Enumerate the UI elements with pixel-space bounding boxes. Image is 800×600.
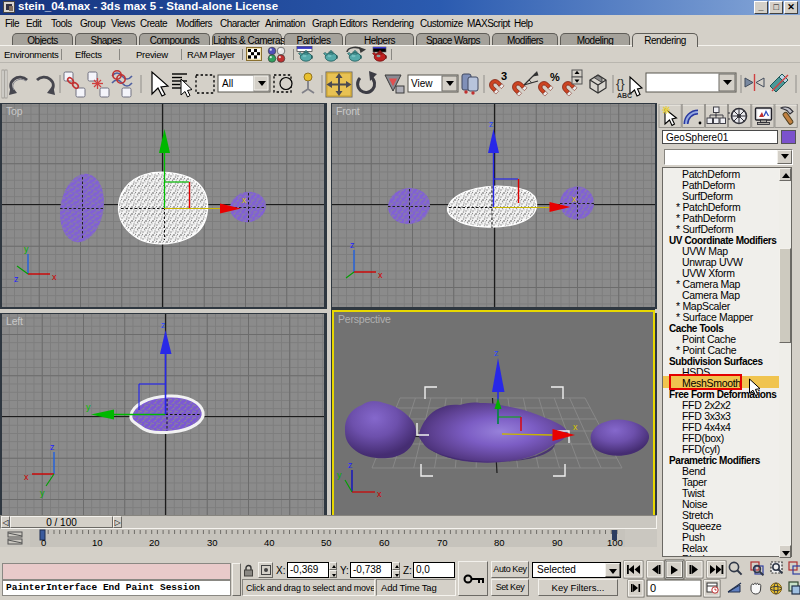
svg-text:x: x: [24, 472, 29, 482]
svg-text:View: View: [411, 78, 433, 89]
svg-text:All: All: [222, 78, 233, 89]
svg-text:z: z: [489, 119, 494, 129]
svg-text:y: y: [24, 244, 29, 254]
svg-text:x: x: [572, 194, 577, 204]
svg-text:z: z: [161, 320, 166, 330]
svg-text:z: z: [50, 442, 55, 452]
svg-text:0: 0: [650, 582, 656, 594]
svg-text:y: y: [337, 470, 342, 480]
svg-text:3: 3: [501, 70, 507, 82]
svg-text:x: x: [52, 272, 57, 282]
svg-text:z: z: [494, 348, 499, 358]
svg-text:z: z: [350, 240, 355, 250]
svg-text:{}: {}: [616, 76, 625, 91]
svg-text:z: z: [348, 460, 353, 470]
svg-text:x: x: [573, 422, 578, 432]
svg-text:x: x: [378, 270, 383, 280]
svg-text:y: y: [40, 488, 45, 498]
svg-text:y: y: [86, 402, 91, 412]
svg-text:%: %: [550, 71, 560, 83]
svg-text:z: z: [14, 274, 19, 284]
svg-text:ABC: ABC: [617, 92, 632, 99]
svg-text:x: x: [377, 489, 382, 499]
svg-text:x: x: [242, 195, 247, 205]
